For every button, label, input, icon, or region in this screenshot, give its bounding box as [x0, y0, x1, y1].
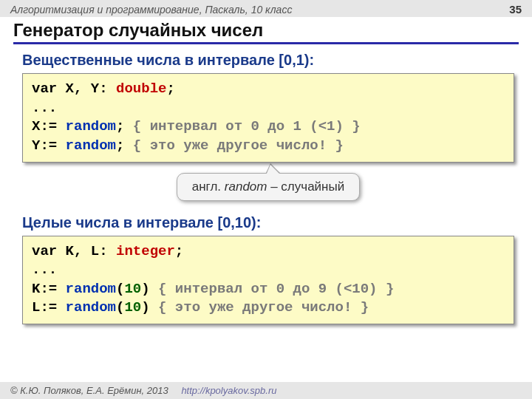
- literal-number: 10: [124, 281, 141, 297]
- code-comment: { интервал от 0 до 1 (<1) }: [133, 118, 361, 134]
- section1-heading: Вещественные числа в интервале [0,1):: [22, 52, 514, 69]
- code-text: ...: [32, 100, 57, 116]
- keyword-function: random: [66, 137, 116, 154]
- footer-authors: © К.Ю. Поляков, Е.А. Ерёмин, 2013: [10, 385, 168, 396]
- code-text: X:=: [32, 118, 66, 134]
- callout-bubble: англ. random – случайный: [177, 173, 360, 201]
- code-text: K:=: [32, 281, 66, 297]
- code-block-2: var K, L: integer; ... K:= random(10) { …: [22, 236, 514, 325]
- keyword-function: random: [66, 299, 116, 316]
- code-block-1: var X, Y: double; ... X:= random; { инте…: [22, 73, 514, 163]
- callout-post: – случайный: [267, 180, 344, 194]
- keyword-type: double: [116, 81, 166, 97]
- code-text: L:=: [32, 299, 66, 316]
- code-comment: { интервал от 0 до 9 (<10) }: [158, 281, 394, 297]
- keyword-function: random: [66, 281, 116, 297]
- code-comment: { это уже другое число! }: [133, 137, 344, 154]
- page-number: 35: [509, 3, 522, 16]
- code-text: ;: [116, 137, 133, 154]
- code-text: ...: [32, 262, 57, 278]
- header-band: Алгоритмизация и программирование, Паска…: [0, 0, 532, 17]
- callout-pre: англ.: [192, 180, 225, 194]
- page-title: Генератор случайных чисел: [13, 20, 519, 44]
- code-text: (: [116, 281, 124, 297]
- footer-url: http://kpolyakov.spb.ru: [181, 385, 276, 396]
- keyword-function: random: [66, 118, 116, 134]
- code-text: var X, Y:: [32, 81, 116, 97]
- code-text: ;: [166, 81, 174, 97]
- code-text: var K, L:: [32, 243, 116, 259]
- course-info: Алгоритмизация и программирование, Паска…: [10, 4, 292, 16]
- callout-row: англ. random – случайный: [22, 173, 514, 201]
- callout-word: random: [225, 180, 267, 194]
- title-wrap: Генератор случайных чисел: [0, 17, 532, 44]
- code-text: (: [116, 299, 124, 316]
- code-text: Y:=: [32, 137, 66, 154]
- code-text: ): [141, 281, 158, 297]
- keyword-type: integer: [116, 243, 175, 259]
- content-area: Вещественные числа в интервале [0,1): va…: [0, 44, 532, 324]
- code-text: ;: [175, 243, 183, 259]
- section2-heading: Целые числа в интервале [0,10):: [22, 214, 514, 231]
- code-text: ): [141, 299, 158, 316]
- footer-band: © К.Ю. Поляков, Е.А. Ерёмин, 2013 http:/…: [0, 382, 532, 399]
- literal-number: 10: [124, 299, 141, 316]
- code-comment: { это уже другое число! }: [158, 299, 369, 316]
- code-text: ;: [116, 118, 133, 134]
